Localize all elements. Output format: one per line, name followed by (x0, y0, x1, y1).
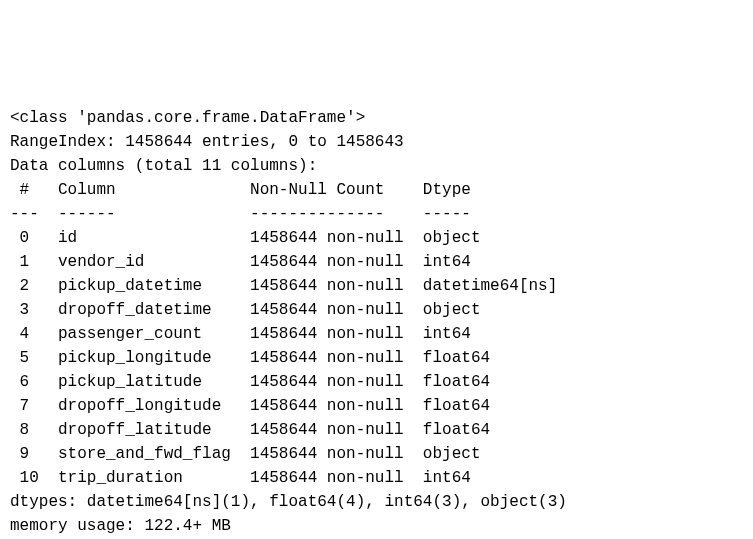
row-nonnull: 1458644 non-null (240, 253, 413, 271)
table-row: 2 pickup_datetime 1458644 non-null datet… (10, 274, 743, 298)
row-column-name: pickup_longitude (48, 349, 240, 367)
table-row: 0 id 1458644 non-null object (10, 226, 743, 250)
divider-idx: --- (10, 205, 48, 223)
row-dtype: object (413, 229, 557, 247)
row-idx: 2 (10, 277, 48, 295)
memory-usage: memory usage: 122.4+ MB (10, 514, 743, 538)
row-dtype: float64 (413, 349, 557, 367)
row-idx: 7 (10, 397, 48, 415)
row-column-name: vendor_id (48, 253, 240, 271)
row-dtype: float64 (413, 373, 557, 391)
row-column-name: pickup_datetime (48, 277, 240, 295)
row-nonnull: 1458644 non-null (240, 301, 413, 319)
table-row: 5 pickup_longitude 1458644 non-null floa… (10, 346, 743, 370)
row-idx: 5 (10, 349, 48, 367)
dtypes-summary: dtypes: datetime64[ns](1), float64(4), i… (10, 490, 743, 514)
table-header-row: # Column Non-Null Count Dtype (10, 178, 743, 202)
divider-dtype: ----- (413, 205, 557, 223)
row-idx: 9 (10, 445, 48, 463)
table-row: 7 dropoff_longitude 1458644 non-null flo… (10, 394, 743, 418)
row-column-name: passenger_count (48, 325, 240, 343)
header-idx: # (10, 181, 48, 199)
row-nonnull: 1458644 non-null (240, 397, 413, 415)
row-idx: 8 (10, 421, 48, 439)
row-dtype: object (413, 301, 557, 319)
row-idx: 0 (10, 229, 48, 247)
row-idx: 4 (10, 325, 48, 343)
row-nonnull: 1458644 non-null (240, 349, 413, 367)
table-row: 6 pickup_latitude 1458644 non-null float… (10, 370, 743, 394)
row-nonnull: 1458644 non-null (240, 325, 413, 343)
row-idx: 10 (10, 469, 48, 487)
range-index-line: RangeIndex: 1458644 entries, 0 to 145864… (10, 130, 743, 154)
header-nonnull: Non-Null Count (240, 181, 413, 199)
table-row: 8 dropoff_latitude 1458644 non-null floa… (10, 418, 743, 442)
row-nonnull: 1458644 non-null (240, 469, 413, 487)
row-dtype: float64 (413, 421, 557, 439)
row-idx: 1 (10, 253, 48, 271)
table-row: 3 dropoff_datetime 1458644 non-null obje… (10, 298, 743, 322)
table-row: 9 store_and_fwd_flag 1458644 non-null ob… (10, 442, 743, 466)
row-idx: 3 (10, 301, 48, 319)
row-idx: 6 (10, 373, 48, 391)
header-column: Column (48, 181, 240, 199)
row-dtype: object (413, 445, 557, 463)
header-dtype: Dtype (413, 181, 557, 199)
table-row: 4 passenger_count 1458644 non-null int64 (10, 322, 743, 346)
dataframe-info-output: <class 'pandas.core.frame.DataFrame'>Ran… (10, 106, 743, 538)
row-column-name: store_and_fwd_flag (48, 445, 240, 463)
row-dtype: int64 (413, 325, 557, 343)
row-nonnull: 1458644 non-null (240, 277, 413, 295)
row-column-name: dropoff_latitude (48, 421, 240, 439)
row-dtype: datetime64[ns] (413, 277, 557, 295)
row-dtype: int64 (413, 469, 557, 487)
row-column-name: trip_duration (48, 469, 240, 487)
table-row: 1 vendor_id 1458644 non-null int64 (10, 250, 743, 274)
row-dtype: int64 (413, 253, 557, 271)
row-column-name: dropoff_longitude (48, 397, 240, 415)
table-divider-row: --- ------ -------------- ----- (10, 202, 743, 226)
row-nonnull: 1458644 non-null (240, 421, 413, 439)
row-dtype: float64 (413, 397, 557, 415)
row-column-name: pickup_latitude (48, 373, 240, 391)
divider-nonnull: -------------- (240, 205, 413, 223)
data-columns-line: Data columns (total 11 columns): (10, 154, 743, 178)
row-column-name: id (48, 229, 240, 247)
row-column-name: dropoff_datetime (48, 301, 240, 319)
table-row: 10 trip_duration 1458644 non-null int64 (10, 466, 743, 490)
class-line: <class 'pandas.core.frame.DataFrame'> (10, 106, 743, 130)
row-nonnull: 1458644 non-null (240, 229, 413, 247)
row-nonnull: 1458644 non-null (240, 373, 413, 391)
divider-column: ------ (48, 205, 240, 223)
row-nonnull: 1458644 non-null (240, 445, 413, 463)
